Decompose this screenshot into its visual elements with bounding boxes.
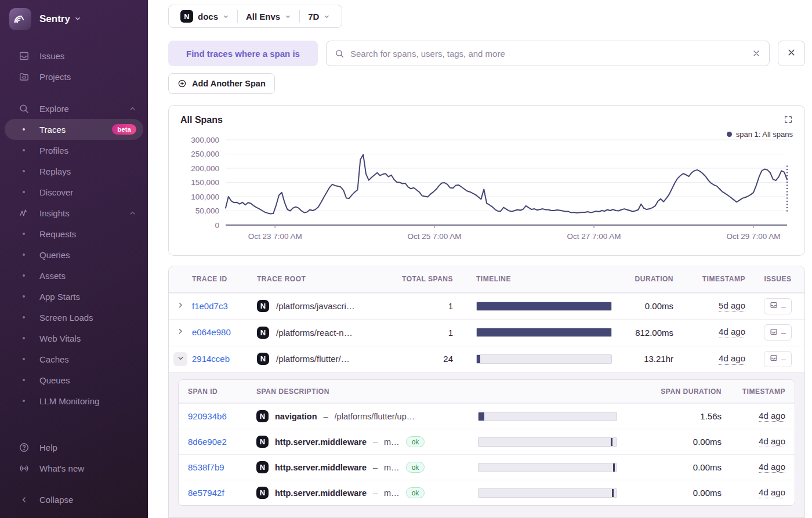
sidebar-item-whats-new[interactable]: What's new bbox=[5, 458, 143, 479]
sidebar-item-projects[interactable]: Projects bbox=[5, 66, 143, 87]
span-id-link[interactable]: 8d6e90e2 bbox=[188, 437, 227, 447]
app-window: Sentry Issues Projects Explore bbox=[0, 0, 812, 518]
org-name: Sentry bbox=[39, 13, 70, 25]
sidebar-item-label: Requests bbox=[39, 229, 76, 239]
project-name: docs bbox=[198, 12, 218, 21]
trace-id-link[interactable]: e064e980 bbox=[192, 327, 231, 337]
issues-button[interactable]: – bbox=[764, 298, 792, 314]
sidebar-item-caches[interactable]: Caches bbox=[5, 349, 143, 370]
environment-selector[interactable]: All Envs bbox=[238, 12, 299, 21]
search-icon bbox=[17, 103, 30, 114]
span-row[interactable]: 8e57942f N http.server.middleware – m… o… bbox=[179, 480, 795, 505]
chevron-down-icon bbox=[74, 13, 81, 25]
separator: – bbox=[373, 488, 378, 498]
sidebar-item-issues[interactable]: Issues bbox=[5, 45, 143, 66]
svg-text:150,000: 150,000 bbox=[191, 178, 219, 187]
sidebar-item-replays[interactable]: Replays bbox=[5, 161, 143, 182]
sidebar-item-traces[interactable]: Traces beta bbox=[5, 119, 143, 140]
issues-icon bbox=[17, 50, 30, 61]
trace-id-link[interactable]: 2914cceb bbox=[192, 354, 230, 364]
bullet-icon bbox=[17, 295, 30, 298]
issues-button[interactable]: – bbox=[764, 351, 792, 367]
sidebar-item-discover[interactable]: Discover bbox=[5, 182, 143, 202]
sidebar-item-requests[interactable]: Requests bbox=[5, 223, 143, 244]
collapse-trace-button[interactable] bbox=[173, 352, 187, 366]
sidebar-section-insights[interactable]: Insights bbox=[5, 202, 143, 223]
trace-timestamp: 5d ago bbox=[719, 300, 745, 312]
sidebar-item-web-vitals[interactable]: Web Vitals bbox=[5, 328, 143, 349]
span-duration: 0.00ms bbox=[635, 488, 722, 498]
project-selector[interactable]: N docs bbox=[172, 10, 237, 23]
fullscreen-icon[interactable] bbox=[784, 115, 793, 126]
sidebar-item-help[interactable]: Help bbox=[5, 437, 143, 458]
issues-button[interactable]: – bbox=[764, 324, 792, 340]
all-spans-line-chart[interactable]: 300,000250,000200,000150,000100,00050,00… bbox=[180, 131, 793, 247]
span-timestamp: 4d ago bbox=[759, 411, 785, 422]
sidebar-section-label: Explore bbox=[39, 104, 69, 114]
sidebar-item-label: Screen Loads bbox=[39, 313, 93, 323]
chevron-right-icon bbox=[176, 301, 184, 311]
trace-id-link[interactable]: f1e0d7c3 bbox=[192, 301, 228, 311]
chevron-up-icon bbox=[129, 209, 136, 217]
nextjs-icon: N bbox=[257, 353, 269, 365]
nextjs-icon: N bbox=[256, 461, 269, 473]
remove-span-button[interactable] bbox=[778, 41, 805, 66]
sidebar-item-screen-loads[interactable]: Screen Loads bbox=[5, 307, 143, 328]
sidebar-item-label: Projects bbox=[39, 72, 71, 82]
clear-search-icon[interactable] bbox=[752, 49, 761, 58]
sidebar-collapse-button[interactable]: Collapse bbox=[5, 489, 143, 510]
span-duration: 0.00ms bbox=[635, 437, 722, 447]
chevron-left-icon bbox=[17, 495, 30, 504]
expand-trace-button[interactable] bbox=[169, 327, 192, 338]
span-search-input[interactable] bbox=[350, 49, 746, 59]
sidebar: Sentry Issues Projects Explore bbox=[0, 0, 148, 518]
chevron-right-icon bbox=[176, 327, 184, 338]
date-range-selector[interactable]: 7D bbox=[300, 12, 338, 21]
chevron-up-icon bbox=[129, 105, 136, 113]
trace-root: /platforms/react-n… bbox=[276, 328, 353, 338]
sidebar-item-assets[interactable]: Assets bbox=[5, 265, 143, 286]
svg-text:0: 0 bbox=[215, 221, 219, 230]
span-duration: 1.56s bbox=[635, 411, 722, 421]
span-op: http.server.middleware bbox=[275, 463, 367, 472]
trace-timestamp: 4d ago bbox=[719, 353, 745, 365]
span-description: m… bbox=[384, 437, 400, 447]
span-id-link[interactable]: 8e57942f bbox=[188, 488, 224, 498]
span-row[interactable]: 8538f7b9 N http.server.middleware – m… o… bbox=[179, 454, 795, 480]
trace-row[interactable]: e064e980 N/platforms/react-n… 1 812.00ms… bbox=[169, 319, 804, 346]
add-another-span-button[interactable]: Add Another Span bbox=[168, 73, 275, 94]
svg-text:300,000: 300,000 bbox=[191, 136, 219, 144]
sidebar-section-explore[interactable]: Explore bbox=[5, 98, 143, 119]
trace-row[interactable]: f1e0d7c3 N/platforms/javascri… 1 0.00ms … bbox=[169, 293, 804, 320]
sidebar-item-llm-monitoring[interactable]: LLM Monitoring bbox=[5, 390, 143, 411]
chevron-down-icon bbox=[223, 13, 229, 20]
chevron-down-icon bbox=[285, 13, 291, 20]
nextjs-icon: N bbox=[257, 327, 269, 339]
sidebar-item-label: Issues bbox=[39, 51, 64, 61]
plus-circle-icon bbox=[177, 79, 187, 88]
timeline-bar bbox=[476, 354, 612, 364]
span-id-link[interactable]: 920934b6 bbox=[188, 411, 227, 421]
timeline-bar bbox=[478, 412, 617, 421]
sidebar-item-app-starts[interactable]: App Starts bbox=[5, 286, 143, 307]
col-total-spans: TOTAL SPANS bbox=[402, 275, 460, 283]
bullet-icon bbox=[17, 149, 30, 151]
issues-count: – bbox=[781, 354, 786, 364]
sidebar-item-profiles[interactable]: Profiles bbox=[5, 140, 143, 161]
page-filter-bar: N docs All Envs 7D bbox=[168, 5, 342, 28]
bullet-icon bbox=[17, 400, 30, 402]
span-row[interactable]: 8d6e90e2 N http.server.middleware – m… o… bbox=[179, 429, 795, 454]
span-row[interactable]: 920934b6 N navigation – /platforms/flutt… bbox=[179, 403, 795, 429]
trace-row-expanded[interactable]: 2914cceb N/platforms/flutter/… 24 13.21h… bbox=[169, 346, 804, 372]
beta-badge: beta bbox=[112, 124, 136, 135]
expand-trace-button[interactable] bbox=[169, 301, 192, 311]
span-id-link[interactable]: 8538f7b9 bbox=[188, 462, 224, 472]
span-description: /platforms/flutter/up… bbox=[335, 412, 415, 421]
svg-text:Oct 29 7:00 AM: Oct 29 7:00 AM bbox=[726, 232, 780, 241]
sidebar-item-queues[interactable]: Queues bbox=[5, 370, 143, 390]
sidebar-item-label: Caches bbox=[39, 354, 69, 364]
sidebar-item-queries[interactable]: Queries bbox=[5, 244, 143, 265]
org-switcher[interactable]: Sentry bbox=[9, 8, 139, 30]
svg-text:Oct 27 7:00 AM: Oct 27 7:00 AM bbox=[567, 232, 621, 241]
col-trace-id: TRACE ID bbox=[192, 275, 257, 283]
